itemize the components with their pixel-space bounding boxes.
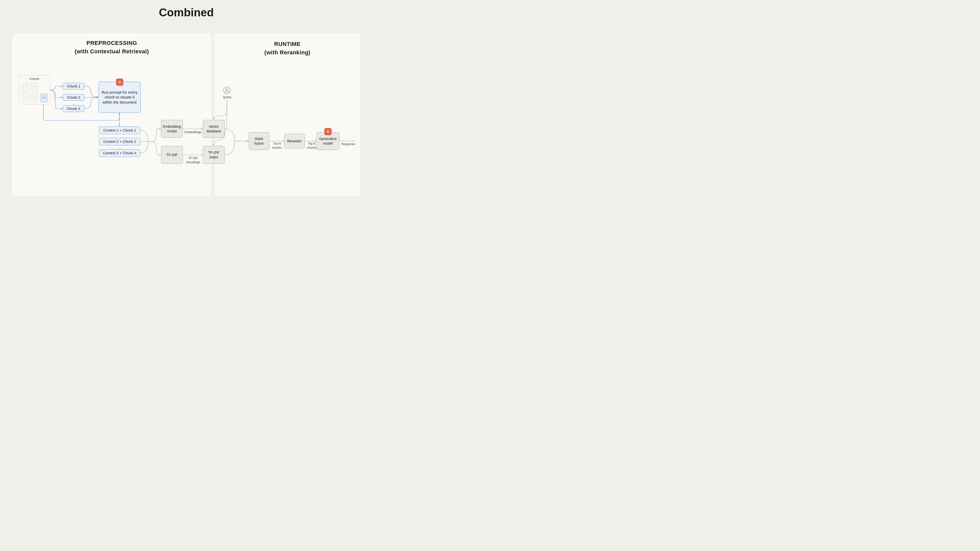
connectors [0, 0, 372, 210]
